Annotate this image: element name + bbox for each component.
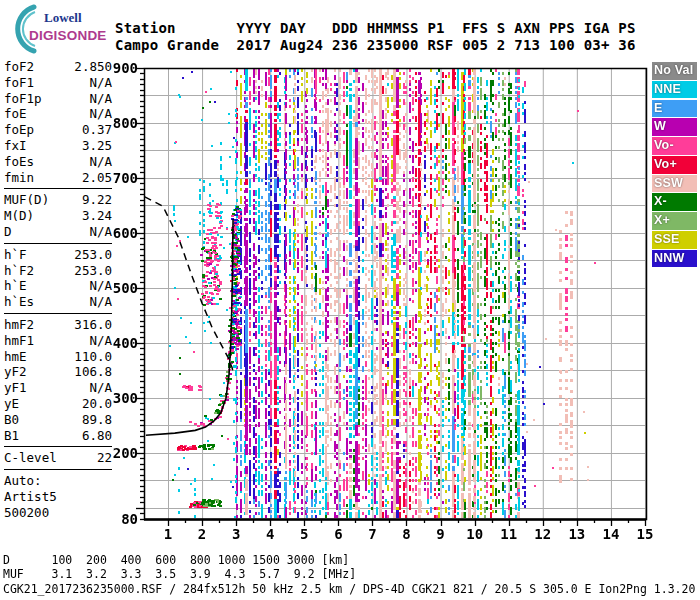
legend-item-w: W xyxy=(652,118,697,136)
param-value: N/A xyxy=(89,224,112,240)
param-row: yE20.0 xyxy=(4,396,114,412)
param-value: 110.0 xyxy=(74,349,112,365)
param-label: hmF1 xyxy=(4,333,34,349)
panel-divider xyxy=(4,313,112,314)
param-value: 3.24 xyxy=(82,208,112,224)
param-label: Auto: xyxy=(4,473,42,489)
param-label: fmin xyxy=(4,170,34,186)
param-label: M(D) xyxy=(4,208,34,224)
param-label: hmE xyxy=(4,349,27,365)
legend-label: E xyxy=(654,101,663,115)
header-column-labels: Station YYYY DAY DDD HHMMSS P1 FFS S AXN… xyxy=(115,20,636,36)
param-value: 106.8 xyxy=(74,364,112,380)
param-label: foF1 xyxy=(4,75,34,91)
param-row: foF1pN/A xyxy=(4,91,114,107)
panel-divider xyxy=(4,446,112,447)
param-row: B089.8 xyxy=(4,412,114,428)
param-label: h`E xyxy=(4,278,27,294)
param-value: N/A xyxy=(89,106,112,122)
param-value: 89.8 xyxy=(82,412,112,428)
param-row: h`F2253.0 xyxy=(4,263,114,279)
param-row: B16.80 xyxy=(4,428,114,444)
param-row: foEp0.37 xyxy=(4,122,114,138)
param-row: 500200 xyxy=(4,505,114,521)
panel-divider xyxy=(4,188,112,189)
param-label: yF1 xyxy=(4,380,27,396)
panel-divider xyxy=(4,469,112,470)
param-value: 0.37 xyxy=(82,122,112,138)
param-value: 9.22 xyxy=(82,192,112,208)
legend-label: NNE xyxy=(654,82,681,96)
panel-divider xyxy=(4,243,112,244)
ionogram-plot-canvas xyxy=(110,55,655,555)
param-label: yE xyxy=(4,396,19,412)
param-value: N/A xyxy=(89,333,112,349)
param-value: 3.25 xyxy=(82,138,112,154)
param-row: DN/A xyxy=(4,224,114,240)
param-row: fmin2.05 xyxy=(4,170,114,186)
param-row: h`EN/A xyxy=(4,278,114,294)
param-row: yF2106.8 xyxy=(4,364,114,380)
legend-label: X- xyxy=(654,194,667,208)
legend-label: NNW xyxy=(654,251,684,265)
param-label: foEp xyxy=(4,122,34,138)
param-value: N/A xyxy=(89,75,112,91)
param-label: foF2 xyxy=(4,59,34,75)
param-label: B1 xyxy=(4,428,19,444)
param-row: Auto: xyxy=(4,473,114,489)
param-value: N/A xyxy=(89,91,112,107)
param-label: foEs xyxy=(4,154,34,170)
legend-item-nne: NNE xyxy=(652,81,697,99)
muf-row: MUF 3.1 3.2 3.3 3.5 3.9 4.3 5.7 9.2 [MHz… xyxy=(3,567,356,581)
param-row: h`EsN/A xyxy=(4,294,114,310)
param-row: foEN/A xyxy=(4,106,114,122)
logo-lowell-text: Lowell xyxy=(44,10,82,26)
param-row: hmE110.0 xyxy=(4,349,114,365)
param-value: 20.0 xyxy=(82,396,112,412)
param-label: fxI xyxy=(4,138,27,154)
param-label: B0 xyxy=(4,412,19,428)
param-label: h`F2 xyxy=(4,263,34,279)
param-value: N/A xyxy=(89,278,112,294)
param-label: yF2 xyxy=(4,364,27,380)
param-row: hmF2316.0 xyxy=(4,317,114,333)
param-row: Artist5 xyxy=(4,489,114,505)
legend-item-x: X- xyxy=(652,193,697,211)
param-row: yF1N/A xyxy=(4,380,114,396)
param-row: M(D)3.24 xyxy=(4,208,114,224)
legend-item-vo: Vo- xyxy=(652,137,697,155)
legend-label: SSW xyxy=(654,176,683,190)
legend-label: Vo+ xyxy=(654,157,677,171)
param-value: 316.0 xyxy=(74,317,112,333)
param-value: 6.80 xyxy=(82,428,112,444)
param-value: N/A xyxy=(89,380,112,396)
param-value: N/A xyxy=(89,154,112,170)
param-row: h`F253.0 xyxy=(4,247,114,263)
param-label: D xyxy=(4,224,12,240)
param-value: 2.05 xyxy=(82,170,112,186)
param-value: 253.0 xyxy=(74,263,112,279)
legend-item-x: X+ xyxy=(652,212,697,230)
lowell-digisonde-logo: Lowell DIGISONDE xyxy=(4,4,114,54)
param-row: hmF1N/A xyxy=(4,333,114,349)
param-row: MUF(D)9.22 xyxy=(4,192,114,208)
param-row: C-level22 xyxy=(4,450,114,466)
legend-item-noval: No Val xyxy=(652,62,697,80)
legend-label: SSE xyxy=(654,232,680,246)
file-info-line: CGK21_2017236235000.RSF / 284fx512h 50 k… xyxy=(3,582,695,596)
param-value: 2.850 xyxy=(74,59,112,75)
legend-item-sse: SSE xyxy=(652,231,697,249)
param-label: hmF2 xyxy=(4,317,34,333)
param-label: h`F xyxy=(4,247,27,263)
param-label: C-level xyxy=(4,450,57,466)
param-label: 500200 xyxy=(4,505,49,521)
header-station-values: Campo Grande 2017 Aug24 236 235000 RSF 0… xyxy=(115,37,636,53)
distance-row: D 100 200 400 600 800 1000 1500 3000 [km… xyxy=(3,553,349,567)
digisonde-ionogram-page: Lowell DIGISONDE Station YYYY DAY DDD HH… xyxy=(0,0,700,600)
param-row: foEsN/A xyxy=(4,154,114,170)
legend-label: Vo- xyxy=(654,138,674,152)
param-row: foF22.850 xyxy=(4,59,114,75)
param-label: MUF(D) xyxy=(4,192,49,208)
legend-item-ssw: SSW xyxy=(652,175,697,193)
legend-item-e: E xyxy=(652,100,697,118)
